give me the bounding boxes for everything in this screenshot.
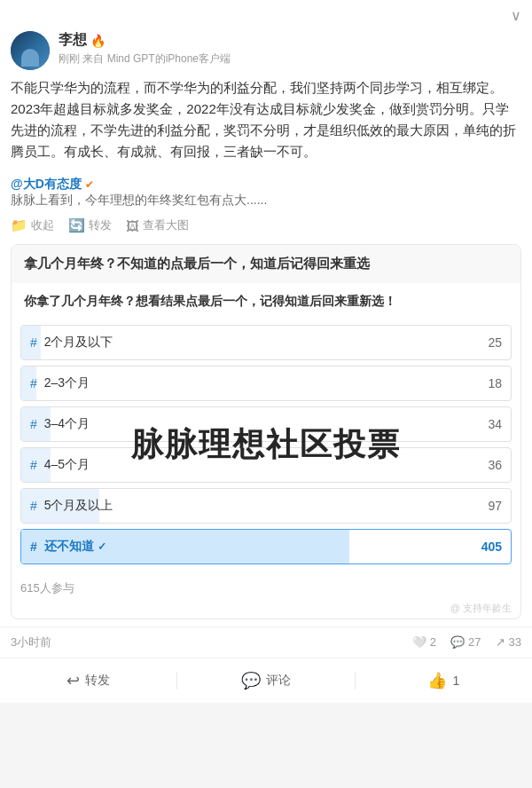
- poll-option-5-label: # 5个月及以上: [21, 498, 488, 514]
- poll-option-4-label: # 4–5个月: [21, 457, 488, 473]
- collapse-icon[interactable]: ∨: [511, 7, 521, 24]
- post-meta: 刚刚 来自 Mind GPT的iPhone客户端: [59, 51, 521, 67]
- poll-option-1-count: 25: [488, 335, 511, 350]
- poll-option-6-count: 405: [481, 540, 511, 554]
- repost-bottom-label: 转发: [85, 673, 110, 689]
- collect-icon: 📁: [11, 217, 27, 233]
- repost-button[interactable]: ↩ 转发: [0, 667, 176, 694]
- poll-option-5[interactable]: # 5个月及以上 97: [20, 488, 512, 524]
- poll-option-3-label: # 3–4个月: [21, 416, 488, 432]
- collect-action[interactable]: 📁 收起: [11, 217, 54, 233]
- repost-bottom-icon: ↩: [66, 671, 80, 690]
- share-stat[interactable]: ↗ 33: [496, 635, 521, 649]
- quote-user[interactable]: @大D有态度: [11, 177, 82, 191]
- author-name-row: 李想 🔥: [59, 31, 521, 50]
- repost-label: 转发: [89, 217, 112, 233]
- poll-option-1[interactable]: # 2个月及以下 25: [20, 325, 512, 360]
- quote-block: @大D有态度 ✔ 脉脉上看到，今年理想的年终奖红包有点大......: [0, 171, 532, 214]
- like-stat[interactable]: 🤍 2: [412, 635, 436, 649]
- poll-option-6[interactable]: # 还不知道 ✓ 405: [20, 529, 512, 564]
- like-icon: 🤍: [412, 635, 426, 649]
- repost-icon: 🔄: [68, 217, 85, 233]
- comment-stat[interactable]: 💬 27: [450, 635, 481, 649]
- watermark: @ 支持年龄生: [12, 602, 520, 619]
- quote-text: 脉脉上看到，今年理想的年终奖红包有点大......: [11, 193, 267, 207]
- poll-option-2[interactable]: # 2–3个月 18: [20, 366, 512, 401]
- poll-option-3-count: 34: [488, 417, 511, 431]
- collect-label: 收起: [31, 217, 54, 233]
- engagement-stats: 🤍 2 💬 27 ↗ 33: [412, 635, 521, 649]
- repost-action[interactable]: 🔄 转发: [68, 217, 112, 233]
- post-header: 李想 🔥 刚刚 来自 Mind GPT的iPhone客户端: [0, 28, 532, 77]
- comment-bottom-label: 评论: [266, 673, 291, 689]
- like-count: 2: [430, 635, 436, 649]
- avatar[interactable]: [11, 31, 50, 70]
- view-image-action[interactable]: 🖼 查看大图: [126, 217, 189, 233]
- comment-bottom-icon: 💬: [241, 671, 261, 690]
- poll-title-bar: 拿几个月年终？不知道的点最后一个，知道后记得回来重选: [12, 245, 520, 283]
- timestamp: 3小时前: [11, 634, 51, 650]
- poll-option-4-count: 36: [488, 458, 511, 472]
- poll-wrapper: # 2个月及以下 25 # 2–3个月 18 脉脉理想社区投票: [20, 325, 512, 564]
- post-content: 不能只学华为的流程，而不学华为的利益分配，我们坚持两个同步学习，相互绑定。202…: [0, 77, 532, 171]
- poll-card: 拿几个月年终？不知道的点最后一个，知道后记得回来重选 你拿了几个月年终？想看结果…: [11, 244, 521, 619]
- action-row: 📁 收起 🔄 转发 🖼 查看大图: [0, 214, 532, 240]
- author-info: 李想 🔥 刚刚 来自 Mind GPT的iPhone客户端: [59, 31, 521, 67]
- poll-option-2-label: # 2–3个月: [21, 375, 488, 391]
- poll-option-6-label: # 还不知道 ✓: [21, 539, 481, 555]
- poll-participants: 615人参与: [12, 579, 520, 602]
- timestamp-row: 3小时前 🤍 2 💬 27 ↗ 33: [0, 626, 532, 658]
- poll-option-5-count: 97: [488, 499, 511, 513]
- poll-option-4[interactable]: # 4–5个月 36: [20, 447, 512, 483]
- share-icon: ↗: [496, 635, 505, 649]
- like-bottom-count: 1: [452, 674, 459, 688]
- verified-icon: 🔥: [90, 34, 106, 48]
- comment-button[interactable]: 💬 评论: [177, 667, 354, 694]
- poll-option-2-count: 18: [488, 376, 511, 390]
- comment-icon: 💬: [450, 635, 465, 649]
- quote-verified-icon: ✔: [85, 178, 94, 191]
- poll-option-1-label: # 2个月及以下: [21, 335, 488, 351]
- poll-option-3[interactable]: # 3–4个月 34: [20, 406, 512, 442]
- share-count: 33: [509, 635, 521, 649]
- comment-count: 27: [468, 635, 481, 649]
- bottom-actions: ↩ 转发 💬 评论 👍 1: [0, 658, 532, 703]
- top-bar: ∨: [0, 0, 532, 28]
- poll-question: 你拿了几个月年终？想看结果点最后一个，记得知道后回来重新选！: [20, 288, 512, 318]
- view-image-label: 查看大图: [143, 217, 189, 233]
- image-icon: 🖼: [126, 218, 139, 233]
- poll-options: 你拿了几个月年终？想看结果点最后一个，记得知道后回来重新选！ # 2个月及以下 …: [12, 283, 520, 579]
- like-bottom-icon: 👍: [427, 671, 447, 690]
- like-button[interactable]: 👍 1: [356, 667, 532, 694]
- author-name[interactable]: 李想: [59, 31, 87, 50]
